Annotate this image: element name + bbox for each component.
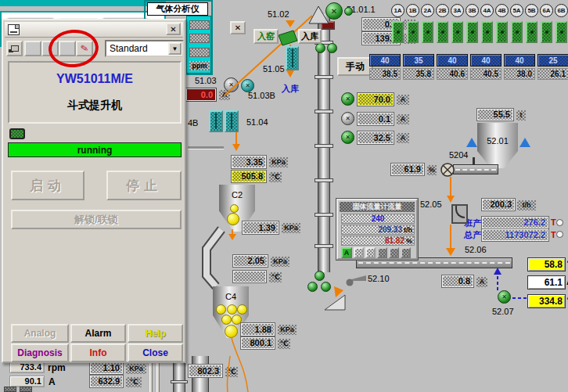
diagnosis-button[interactable]: Diagnosis: [11, 343, 69, 362]
motor-icon[interactable]: ✕: [341, 112, 354, 125]
bin-gate-valve[interactable]: [496, 21, 508, 43]
flow-arrowhead: [228, 234, 236, 240]
flap-valve-icon[interactable]: [221, 315, 232, 325]
bin-gate-valve[interactable]: [392, 21, 404, 43]
to-kiln-button[interactable]: 入窑: [253, 29, 279, 44]
analog-button[interactable]: Analog: [11, 324, 69, 343]
red-gate-valve[interactable]: [321, 21, 335, 30]
kpa-unit: KPa: [126, 364, 146, 374]
help-button[interactable]: Help: [128, 324, 183, 343]
diagnosis-label: Diagnosis: [17, 347, 62, 358]
bin-gate-valve[interactable]: [466, 21, 478, 43]
gas-window-close-button[interactable]: ✕: [230, 21, 246, 34]
motor-icon[interactable]: [315, 271, 325, 281]
total-production-label: 总产: [464, 231, 481, 239]
rate-value: 200.3: [490, 200, 512, 209]
flap-valve-icon[interactable]: [225, 325, 238, 338]
motor-icon[interactable]: ✕: [224, 77, 239, 92]
chevron-down-icon: ▼: [172, 45, 178, 52]
feeder-valve-icon[interactable]: [441, 164, 454, 176]
flowmeter-button[interactable]: [377, 247, 387, 258]
flowmeter-button[interactable]: [401, 247, 411, 258]
temp-unit: ℃: [225, 367, 238, 377]
stop-button[interactable]: 停止: [106, 171, 182, 200]
flap-valve-icon[interactable]: [227, 213, 239, 225]
slide-valve[interactable]: [286, 46, 299, 70]
pressure-box: 3.35: [232, 156, 266, 168]
interlock-button[interactable]: 解锁/联锁: [11, 210, 182, 229]
pressure-box: 1.39: [243, 221, 279, 234]
flowmeter-button[interactable]: [365, 247, 376, 258]
gas-value-box: [189, 20, 210, 30]
bin-gate-valve[interactable]: [407, 21, 419, 43]
pin-button[interactable]: [6, 41, 23, 56]
bin-gate-valve[interactable]: [526, 21, 537, 43]
gas-unit: ppm: [189, 61, 210, 70]
start-button[interactable]: 启动: [11, 171, 84, 200]
bin-gate-valve[interactable]: [451, 21, 463, 43]
diverter-valve[interactable]: [279, 31, 297, 45]
mode-a-label: A: [344, 249, 350, 257]
dropdown-value: Standard: [110, 43, 148, 54]
flap-valve-icon[interactable]: [237, 304, 247, 315]
flow-value: 209.33: [343, 225, 402, 234]
temperature-box: 802.3: [189, 365, 222, 377]
actual-box: 35.8: [403, 68, 434, 80]
elevator-motor-icon[interactable]: ✕: [325, 2, 343, 20]
dropdown-arrow-button[interactable]: ▼: [168, 42, 182, 55]
toolbar-button[interactable]: [24, 41, 41, 56]
flow-arrowhead: [286, 20, 295, 27]
flap-valve-icon[interactable]: [230, 204, 239, 213]
flowmeter-button[interactable]: [389, 247, 399, 258]
motor-icon-52-07[interactable]: ✕: [498, 290, 511, 304]
rpm-box: 733.4: [9, 361, 45, 373]
manual-button[interactable]: 手动: [337, 57, 373, 76]
to-silo-button[interactable]: 入库: [298, 29, 322, 44]
dialog-titlebar[interactable]: ✕: [5, 22, 183, 38]
diverter-flap-icon[interactable]: [451, 204, 468, 224]
rpm-unit: rpm: [48, 363, 66, 372]
close-button[interactable]: Close: [128, 343, 183, 362]
screw-conveyor: [453, 164, 498, 174]
bin-gate-valve[interactable]: [555, 21, 567, 43]
bin-gate-valve[interactable]: [541, 21, 552, 43]
ton-unit: T: [551, 231, 556, 239]
flap-valve-icon[interactable]: [227, 304, 237, 315]
bin-gate-valve[interactable]: [511, 21, 523, 43]
pipe-flange: [315, 110, 333, 113]
bin-gate-valve[interactable]: [481, 21, 493, 43]
motor-icon[interactable]: ✕: [341, 131, 354, 144]
screw-pin: [473, 157, 475, 165]
motor-icon[interactable]: [327, 43, 337, 53]
percent-unit: %: [427, 165, 437, 175]
weight-box: 55.5: [477, 109, 513, 120]
bin-label-4b: 4B: [495, 4, 509, 17]
flowmeter-mode-button[interactable]: A: [341, 247, 352, 258]
amp-unit: A: [476, 277, 487, 287]
temp-unit: ℃: [278, 339, 290, 349]
device-id: YW51011M/E: [9, 72, 180, 86]
pressure-value: 1.88: [255, 325, 271, 334]
motor-icon[interactable]: [321, 282, 331, 292]
flap-valve-icon[interactable]: [216, 304, 226, 315]
temperature-box: 505.8: [232, 171, 266, 182]
feeder-valve-icon: [443, 165, 452, 174]
view-dropdown[interactable]: Standard ▼: [105, 40, 184, 57]
motor-icon[interactable]: [307, 282, 318, 292]
bin-label-4a: 4A: [480, 4, 494, 17]
bin-gate-valve[interactable]: [437, 21, 448, 43]
tag-52-06: 52.06: [465, 246, 487, 254]
amp-unit: A: [397, 133, 409, 143]
dialog-close-button[interactable]: ✕: [166, 23, 181, 35]
motor-icon[interactable]: ✕: [341, 92, 354, 106]
slide-valve[interactable]: [209, 110, 223, 132]
current-box: 32.5: [358, 131, 394, 144]
bin-gate-valve[interactable]: [422, 21, 433, 43]
alarm-button[interactable]: Alarm: [70, 324, 126, 343]
setpoint-box: 35: [403, 54, 434, 67]
motor-icon[interactable]: [344, 7, 353, 16]
flowmeter-button[interactable]: [354, 247, 364, 258]
info-button[interactable]: Info: [70, 343, 126, 362]
motor-icon[interactable]: [315, 43, 325, 53]
slide-valve[interactable]: [225, 110, 239, 132]
